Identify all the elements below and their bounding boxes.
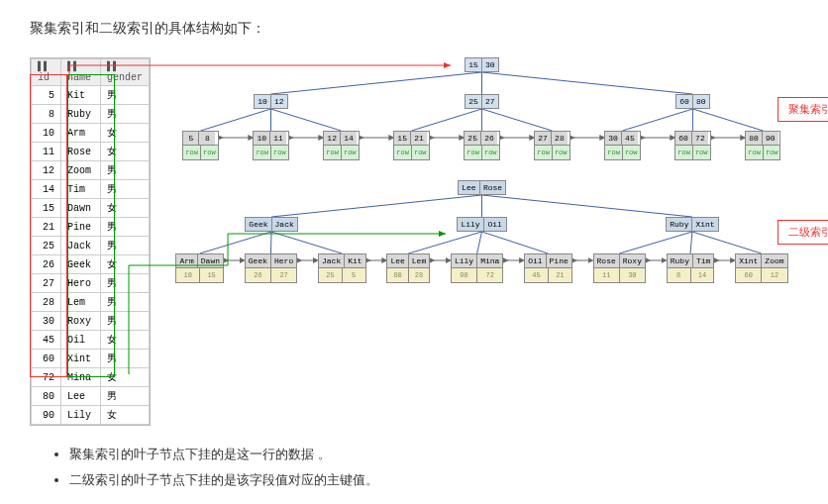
table-row: 90Lily女 <box>32 406 150 425</box>
clustered-index-tree: 1530 101225276080 58rowrow1011rowrow1214… <box>165 57 798 160</box>
leaf-node: RubyTim814 <box>667 253 715 283</box>
internal-node: 1012 <box>254 94 288 109</box>
leaf-node: 1011rowrow <box>253 131 288 160</box>
internal-node: 2527 <box>465 94 499 109</box>
table-row: 11Rose女 <box>32 143 150 161</box>
leaf-node: OilPine4521 <box>524 253 572 283</box>
table-row: 25Jack男 <box>32 237 150 255</box>
page-title: 聚集索引和二级索引的具体结构如下： <box>30 20 798 38</box>
svg-line-28 <box>482 232 549 253</box>
svg-line-5 <box>271 109 342 131</box>
leaf-node: GeekHero2627 <box>245 253 297 283</box>
leaf-node: 3045rowrow <box>604 131 640 160</box>
col-gender: ▌▌ gender <box>101 59 150 86</box>
svg-line-2 <box>482 72 693 94</box>
svg-line-22 <box>482 195 692 217</box>
svg-line-20 <box>271 195 481 217</box>
svg-line-11 <box>692 109 763 131</box>
table-row: 12Zoom男 <box>32 161 150 180</box>
leaf-node: RoseRoxy1130 <box>593 253 646 283</box>
table-row: 45Oil女 <box>32 331 150 350</box>
bullet-item: 聚集索引的叶子节点下挂的是这一行的数据 。 <box>69 446 798 463</box>
svg-line-6 <box>411 109 481 131</box>
leaf-node: 1214rowrow <box>323 131 359 160</box>
internal-node: RubyXint <box>666 217 718 232</box>
leaf-node: JackKit255 <box>318 253 366 283</box>
table-row: 28Lem男 <box>32 293 150 312</box>
svg-line-9 <box>622 109 692 131</box>
svg-line-24 <box>271 232 272 253</box>
internal-node: LilyOil <box>457 217 506 232</box>
svg-line-8 <box>481 109 552 131</box>
table-row: 80Lee男 <box>32 387 150 406</box>
col-id: ▌▌ id <box>32 59 61 86</box>
table-row: 72Mina女 <box>32 368 150 387</box>
svg-line-29 <box>619 232 692 253</box>
svg-line-26 <box>408 232 481 253</box>
table-row: 15Dawn女 <box>32 199 150 218</box>
root-node: LeeRose <box>458 180 506 195</box>
leaf-node: ArmDawn1015 <box>175 253 224 283</box>
table-row: 5Kit男 <box>32 86 150 105</box>
table-row: 60Xint男 <box>32 350 150 368</box>
leaf-node: 1521rowrow <box>393 131 429 160</box>
table-row: 26Geek女 <box>32 255 150 274</box>
svg-line-27 <box>477 232 482 253</box>
table-row: 14Tim男 <box>32 180 150 199</box>
table-row: 27Hero男 <box>32 274 150 293</box>
table-row: 8Ruby男 <box>32 105 150 124</box>
svg-line-25 <box>271 232 342 253</box>
svg-line-0 <box>271 72 482 94</box>
leaf-node: 58rowrow <box>182 131 218 160</box>
leaf-node: 8090rowrow <box>745 131 780 160</box>
leaf-node: 6072rowrow <box>674 131 710 160</box>
svg-line-31 <box>692 232 762 253</box>
svg-line-30 <box>690 232 692 253</box>
internal-node: 6080 <box>675 94 710 109</box>
leaf-node: LilyMina9072 <box>451 253 503 283</box>
data-table: ▌▌ id ▌▌ name ▌▌ gender 5Kit男8Ruby男10Arm… <box>30 57 151 426</box>
svg-line-23 <box>200 232 271 253</box>
leaf-node: LeeLem8028 <box>386 253 430 283</box>
table-row: 30Roxy男 <box>32 312 150 331</box>
internal-node: GeekJack <box>245 217 297 232</box>
bullet-item: 二级索引的叶子节点下挂的是该字段值对应的主键值。 <box>69 471 798 489</box>
leaf-node: 2526rowrow <box>464 131 499 160</box>
bullet-list: 聚集索引的叶子节点下挂的是这一行的数据 。 二级索引的叶子节点下挂的是该字段值对… <box>30 446 798 489</box>
leaf-node: 2728rowrow <box>534 131 569 160</box>
secondary-index-tree: LeeRose GeekJackLilyOilRubyXint ArmDawn1… <box>165 180 798 283</box>
svg-line-3 <box>201 109 271 131</box>
col-name: ▌▌ name <box>61 59 101 86</box>
root-node: 1530 <box>465 57 499 72</box>
leaf-node: XintZoom6012 <box>735 253 787 283</box>
table-row: 10Arm女 <box>32 124 150 143</box>
table-row: 21Pine男 <box>32 218 150 237</box>
